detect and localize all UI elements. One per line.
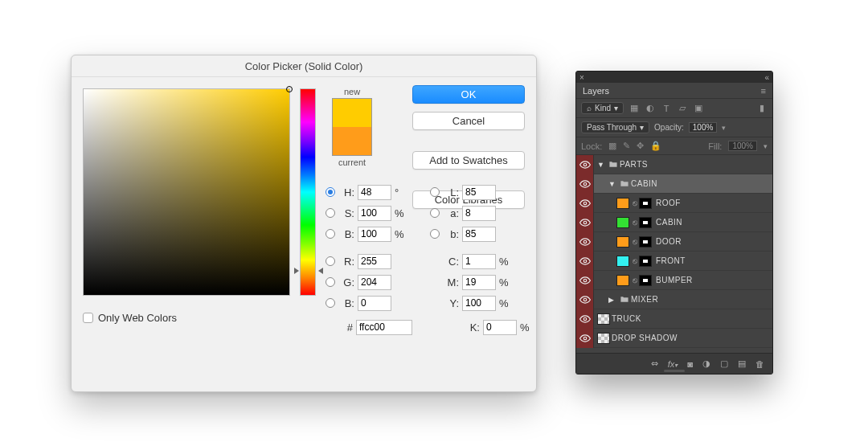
visibility-toggle[interactable] bbox=[576, 329, 594, 348]
layer-name[interactable]: ROOF bbox=[656, 198, 681, 207]
opacity-value[interactable]: 100% bbox=[689, 122, 718, 133]
g-input[interactable] bbox=[358, 275, 391, 290]
disclosure-triangle[interactable]: ▼ bbox=[608, 180, 616, 188]
layer-row[interactable]: DROP SHADOW bbox=[576, 329, 772, 348]
l-input[interactable] bbox=[462, 185, 496, 200]
layer-mask-thumb[interactable] bbox=[639, 236, 652, 248]
color-field-cursor[interactable] bbox=[286, 86, 293, 92]
layer-name[interactable]: CABIN bbox=[631, 179, 657, 188]
layer-row[interactable]: ⎋FRONT bbox=[576, 252, 772, 271]
filter-smart-icon[interactable]: ▣ bbox=[693, 103, 704, 114]
layer-mask-thumb[interactable] bbox=[639, 198, 652, 209]
g-radio[interactable] bbox=[326, 277, 335, 287]
saturation-brightness-field[interactable] bbox=[83, 88, 290, 296]
layer-name[interactable]: TRUCK bbox=[612, 314, 641, 323]
y-input[interactable] bbox=[462, 296, 496, 311]
layer-mask-thumb[interactable] bbox=[639, 256, 652, 267]
layer-row[interactable]: ⎋ROOF bbox=[576, 194, 772, 213]
m-input[interactable] bbox=[462, 275, 496, 290]
chevron-down-icon[interactable]: ▾ bbox=[722, 124, 726, 132]
filter-kind-dropdown[interactable]: ⌕ Kind ▾ bbox=[581, 102, 624, 114]
h-input[interactable] bbox=[358, 185, 391, 200]
layer-row[interactable]: ⎋BUMPER bbox=[576, 271, 772, 290]
a-input[interactable] bbox=[462, 206, 496, 221]
group-icon[interactable]: ▢ bbox=[720, 358, 728, 369]
fill-value[interactable]: 100% bbox=[728, 141, 757, 151]
new-layer-icon[interactable]: ▤ bbox=[738, 358, 746, 369]
layer-name[interactable]: MIXER bbox=[631, 295, 658, 304]
mask-icon[interactable]: ◙ bbox=[687, 359, 693, 369]
lock-position-icon[interactable]: ✥ bbox=[637, 141, 644, 151]
filter-pixel-icon[interactable]: ▦ bbox=[628, 103, 640, 114]
layer-mask-thumb[interactable] bbox=[639, 217, 652, 228]
disclosure-triangle[interactable]: ▼ bbox=[597, 161, 605, 169]
layer-name[interactable]: PARTS bbox=[620, 160, 648, 169]
visibility-toggle[interactable] bbox=[576, 252, 594, 271]
lock-transparency-icon[interactable]: ▩ bbox=[608, 141, 616, 151]
r-radio[interactable] bbox=[326, 256, 335, 266]
only-web-colors-checkbox[interactable] bbox=[83, 313, 93, 323]
layer-mask-thumb[interactable] bbox=[639, 275, 652, 286]
layer-row[interactable]: ▼CABIN bbox=[576, 174, 772, 194]
filter-type-icon[interactable]: T bbox=[661, 103, 672, 114]
s-input[interactable] bbox=[358, 206, 391, 221]
b-radio[interactable] bbox=[326, 229, 335, 239]
c-input[interactable] bbox=[462, 254, 496, 269]
cancel-button[interactable]: Cancel bbox=[412, 112, 525, 130]
panel-resize-handle[interactable] bbox=[664, 370, 685, 372]
lock-pixels-icon[interactable]: ✎ bbox=[623, 141, 630, 151]
rgb-b-input[interactable] bbox=[358, 296, 391, 311]
visibility-toggle[interactable] bbox=[576, 155, 594, 174]
layers-tab-label[interactable]: Layers bbox=[583, 86, 609, 96]
filter-toggle-icon[interactable]: ▮ bbox=[756, 103, 768, 114]
panel-close-icon[interactable]: × bbox=[579, 73, 584, 82]
new-color-swatch[interactable] bbox=[333, 99, 371, 127]
visibility-toggle[interactable] bbox=[576, 271, 594, 290]
fx-icon[interactable]: fx▾ bbox=[668, 359, 678, 369]
layer-row[interactable]: ⎋DOOR bbox=[576, 232, 772, 252]
visibility-toggle[interactable] bbox=[576, 290, 594, 309]
layer-name[interactable]: BUMPER bbox=[656, 276, 693, 284]
hex-input[interactable] bbox=[356, 320, 412, 335]
adjust-icon[interactable]: ◑ bbox=[702, 358, 710, 369]
add-to-swatches-button[interactable]: Add to Swatches bbox=[412, 151, 525, 170]
visibility-toggle[interactable] bbox=[576, 213, 594, 232]
visibility-toggle[interactable] bbox=[576, 232, 594, 252]
layer-name[interactable]: DROP SHADOW bbox=[612, 334, 678, 342]
lab-b-radio[interactable] bbox=[430, 229, 440, 239]
filter-shape-icon[interactable]: ▱ bbox=[677, 103, 688, 114]
a-radio[interactable] bbox=[430, 208, 440, 218]
layer-name[interactable]: FRONT bbox=[656, 256, 686, 265]
l-radio[interactable] bbox=[430, 187, 440, 197]
filter-adjust-icon[interactable]: ◐ bbox=[645, 103, 656, 114]
only-web-colors-label: Only Web Colors bbox=[98, 312, 177, 324]
hue-slider[interactable] bbox=[300, 88, 316, 296]
s-radio[interactable] bbox=[326, 208, 335, 218]
r-label: R: bbox=[340, 256, 354, 268]
r-input[interactable] bbox=[358, 254, 391, 269]
visibility-toggle[interactable] bbox=[576, 194, 594, 213]
link-icon[interactable]: ⇔ bbox=[651, 358, 658, 369]
visibility-toggle[interactable] bbox=[576, 174, 594, 194]
panel-collapse-icon[interactable]: « bbox=[764, 73, 769, 82]
disclosure-triangle[interactable]: ▶ bbox=[608, 296, 616, 304]
k-input[interactable] bbox=[483, 320, 517, 335]
lab-b-input[interactable] bbox=[462, 227, 496, 242]
chevron-down-icon[interactable]: ▾ bbox=[764, 142, 768, 150]
trash-icon[interactable]: 🗑 bbox=[755, 359, 764, 369]
h-radio[interactable] bbox=[326, 187, 335, 197]
ok-button[interactable]: OK bbox=[412, 85, 525, 104]
rgb-b-radio[interactable] bbox=[326, 298, 335, 308]
current-color-swatch[interactable] bbox=[333, 127, 371, 155]
blend-mode-dropdown[interactable]: Pass Through ▾ bbox=[581, 121, 649, 133]
lock-all-icon[interactable]: 🔒 bbox=[650, 141, 661, 151]
layer-row[interactable]: ⎋CABIN bbox=[576, 213, 772, 232]
layer-row[interactable]: TRUCK bbox=[576, 309, 772, 329]
panel-menu-icon[interactable]: ≡ bbox=[761, 86, 766, 96]
visibility-toggle[interactable] bbox=[576, 309, 594, 329]
layer-name[interactable]: CABIN bbox=[656, 218, 682, 227]
b-hsb-input[interactable] bbox=[358, 227, 391, 242]
layer-row[interactable]: ▼PARTS bbox=[576, 155, 772, 174]
layer-name[interactable]: DOOR bbox=[656, 237, 682, 246]
layer-row[interactable]: ▶MIXER bbox=[576, 290, 772, 309]
